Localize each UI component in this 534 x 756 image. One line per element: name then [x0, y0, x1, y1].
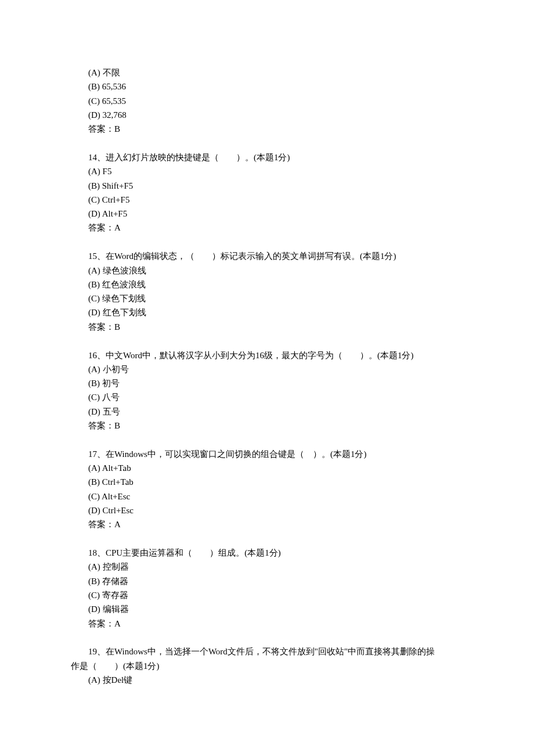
question-17: 17、在Windows中，可以实现窗口之间切换的组合键是（ ）。(本题1分) (… [71, 447, 463, 532]
document-page: (A) 不限 (B) 65,536 (C) 65,535 (D) 32,768 … [0, 0, 534, 756]
option-d: (D) 32,768 [71, 108, 463, 122]
question-18: 18、CPU主要由运算器和（ ）组成。(本题1分) (A) 控制器 (B) 存储… [71, 546, 463, 631]
option-a: (A) 不限 [71, 66, 463, 80]
answer: 答案：B [71, 419, 463, 433]
question-text: 17、在Windows中，可以实现窗口之间切换的组合键是（ ）。(本题1分) [71, 447, 463, 461]
option-c: (C) 寄存器 [71, 588, 463, 602]
question-text-line1: 19、在Windows中，当选择一个Word文件后，不将文件放到"回收站"中而直… [71, 645, 463, 658]
option-a: (A) 绿色波浪线 [71, 264, 463, 278]
question-14: 14、进入幻灯片放映的快捷键是（ ）。(本题1分) (A) F5 (B) Shi… [71, 150, 463, 235]
question-text: 16、中文Word中，默认将汉字从小到大分为16级，最大的字号为（ ）。(本题1… [71, 348, 463, 362]
option-c: (C) Ctrl+F5 [71, 193, 463, 207]
answer: 答案：A [71, 221, 463, 235]
option-b: (B) 存储器 [71, 574, 463, 588]
option-a: (A) 小初号 [71, 362, 463, 376]
question-16: 16、中文Word中，默认将汉字从小到大分为16级，最大的字号为（ ）。(本题1… [71, 348, 463, 433]
option-b: (B) 红色波浪线 [71, 278, 463, 291]
question-text: 15、在Word的编辑状态，（ ）标记表示输入的英文单词拼写有误。(本题1分) [71, 249, 463, 263]
option-d: (D) Alt+F5 [71, 207, 463, 221]
answer: 答案：A [71, 617, 463, 631]
option-a: (A) Alt+Tab [71, 461, 463, 475]
question-13-partial: (A) 不限 (B) 65,536 (C) 65,535 (D) 32,768 … [71, 66, 463, 136]
option-c: (C) 65,535 [71, 94, 463, 108]
question-15: 15、在Word的编辑状态，（ ）标记表示输入的英文单词拼写有误。(本题1分) … [71, 249, 463, 334]
option-c: (C) 绿色下划线 [71, 291, 463, 305]
answer: 答案：B [71, 122, 463, 136]
option-a: (A) F5 [71, 164, 463, 178]
option-b: (B) 初号 [71, 376, 463, 390]
option-b: (B) Ctrl+Tab [71, 475, 463, 489]
option-c: (C) 八号 [71, 390, 463, 404]
option-d: (D) 五号 [71, 405, 463, 419]
question-text: 18、CPU主要由运算器和（ ）组成。(本题1分) [71, 546, 463, 560]
option-a: (A) 按Del键 [71, 673, 463, 687]
option-d: (D) 红色下划线 [71, 305, 463, 319]
question-text-line2: 作是（ ）(本题1分) [71, 659, 463, 673]
option-b: (B) Shift+F5 [71, 179, 463, 193]
answer: 答案：A [71, 517, 463, 531]
question-19: 19、在Windows中，当选择一个Word文件后，不将文件放到"回收站"中而直… [71, 645, 463, 687]
question-text: 14、进入幻灯片放映的快捷键是（ ）。(本题1分) [71, 150, 463, 164]
option-d: (D) 编辑器 [71, 602, 463, 616]
answer: 答案：B [71, 320, 463, 334]
option-d: (D) Ctrl+Esc [71, 503, 463, 517]
option-c: (C) Alt+Esc [71, 489, 463, 503]
option-b: (B) 65,536 [71, 80, 463, 93]
option-a: (A) 控制器 [71, 560, 463, 574]
